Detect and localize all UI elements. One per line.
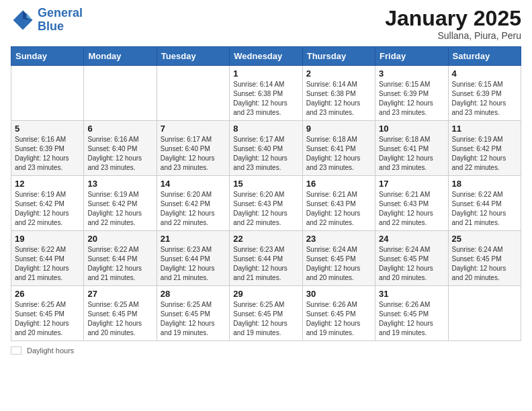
day-info: Sunrise: 6:23 AM Sunset: 6:44 PM Dayligh… [233, 245, 298, 283]
day-info: Sunrise: 6:15 AM Sunset: 6:39 PM Dayligh… [379, 80, 444, 118]
weekday-header-wednesday: Wednesday [230, 47, 302, 66]
day-info: Sunrise: 6:19 AM Sunset: 6:42 PM Dayligh… [452, 135, 517, 173]
day-number: 16 [306, 179, 371, 189]
calendar-cell: 16Sunrise: 6:21 AM Sunset: 6:43 PM Dayli… [302, 176, 375, 231]
calendar-cell: 13Sunrise: 6:19 AM Sunset: 6:42 PM Dayli… [84, 176, 157, 231]
calendar-table: SundayMondayTuesdayWednesdayThursdayFrid… [11, 46, 521, 341]
logo-line2: Blue [38, 19, 64, 33]
calendar-cell: 7Sunrise: 6:17 AM Sunset: 6:40 PM Daylig… [157, 121, 229, 176]
calendar-cell: 8Sunrise: 6:17 AM Sunset: 6:40 PM Daylig… [230, 121, 302, 176]
day-info: Sunrise: 6:18 AM Sunset: 6:41 PM Dayligh… [306, 135, 371, 173]
calendar-cell [84, 66, 157, 121]
weekday-header-tuesday: Tuesday [157, 47, 229, 66]
day-info: Sunrise: 6:24 AM Sunset: 6:45 PM Dayligh… [379, 245, 444, 283]
weekday-header-monday: Monday [84, 47, 157, 66]
calendar-cell: 20Sunrise: 6:22 AM Sunset: 6:44 PM Dayli… [84, 231, 157, 286]
calendar-cell: 4Sunrise: 6:15 AM Sunset: 6:39 PM Daylig… [448, 66, 521, 121]
calendar-cell: 19Sunrise: 6:22 AM Sunset: 6:44 PM Dayli… [11, 231, 84, 286]
day-info: Sunrise: 6:25 AM Sunset: 6:45 PM Dayligh… [15, 300, 80, 338]
calendar-cell: 23Sunrise: 6:24 AM Sunset: 6:45 PM Dayli… [302, 231, 375, 286]
logo-line1: General [38, 6, 83, 19]
legend-label: Daylight hours [27, 347, 74, 355]
day-number: 26 [15, 289, 80, 299]
day-info: Sunrise: 6:17 AM Sunset: 6:40 PM Dayligh… [161, 135, 226, 173]
calendar-cell: 6Sunrise: 6:16 AM Sunset: 6:40 PM Daylig… [84, 121, 157, 176]
weekday-header-thursday: Thursday [302, 47, 375, 66]
calendar-cell: 12Sunrise: 6:19 AM Sunset: 6:42 PM Dayli… [11, 176, 84, 231]
calendar-cell: 22Sunrise: 6:23 AM Sunset: 6:44 PM Dayli… [230, 231, 302, 286]
footer: Daylight hours [11, 347, 521, 355]
day-info: Sunrise: 6:26 AM Sunset: 6:45 PM Dayligh… [306, 300, 371, 338]
day-number: 27 [87, 289, 152, 299]
week-row-3: 12Sunrise: 6:19 AM Sunset: 6:42 PM Dayli… [11, 176, 521, 231]
calendar-cell: 27Sunrise: 6:25 AM Sunset: 6:45 PM Dayli… [84, 286, 157, 341]
day-number: 8 [233, 124, 298, 134]
calendar-cell: 11Sunrise: 6:19 AM Sunset: 6:42 PM Dayli… [448, 121, 521, 176]
day-info: Sunrise: 6:25 AM Sunset: 6:45 PM Dayligh… [87, 300, 152, 338]
day-info: Sunrise: 6:20 AM Sunset: 6:43 PM Dayligh… [233, 190, 298, 228]
logo-text: General Blue [38, 7, 83, 34]
week-row-1: 1Sunrise: 6:14 AM Sunset: 6:38 PM Daylig… [11, 66, 521, 121]
day-info: Sunrise: 6:25 AM Sunset: 6:45 PM Dayligh… [161, 300, 226, 338]
day-number: 11 [452, 124, 517, 134]
day-number: 14 [161, 179, 226, 189]
day-info: Sunrise: 6:18 AM Sunset: 6:41 PM Dayligh… [379, 135, 444, 173]
calendar-cell: 1Sunrise: 6:14 AM Sunset: 6:38 PM Daylig… [230, 66, 302, 121]
day-info: Sunrise: 6:22 AM Sunset: 6:44 PM Dayligh… [87, 245, 152, 283]
day-number: 7 [161, 124, 226, 134]
weekday-header-sunday: Sunday [11, 47, 84, 66]
day-info: Sunrise: 6:16 AM Sunset: 6:40 PM Dayligh… [87, 135, 152, 173]
calendar-cell: 2Sunrise: 6:14 AM Sunset: 6:38 PM Daylig… [302, 66, 375, 121]
day-number: 31 [379, 289, 444, 299]
weekday-header-row: SundayMondayTuesdayWednesdayThursdayFrid… [11, 47, 521, 66]
day-info: Sunrise: 6:24 AM Sunset: 6:45 PM Dayligh… [306, 245, 371, 283]
calendar-cell: 31Sunrise: 6:26 AM Sunset: 6:45 PM Dayli… [375, 286, 448, 341]
day-info: Sunrise: 6:26 AM Sunset: 6:45 PM Dayligh… [379, 300, 444, 338]
calendar-cell: 9Sunrise: 6:18 AM Sunset: 6:41 PM Daylig… [302, 121, 375, 176]
day-number: 1 [233, 68, 298, 79]
page: General Blue January 2025 Sullana, Piura… [0, 0, 532, 411]
day-number: 23 [306, 234, 371, 244]
day-number: 15 [233, 179, 298, 189]
calendar-cell: 29Sunrise: 6:25 AM Sunset: 6:45 PM Dayli… [230, 286, 302, 341]
day-info: Sunrise: 6:19 AM Sunset: 6:42 PM Dayligh… [15, 190, 80, 228]
day-info: Sunrise: 6:15 AM Sunset: 6:39 PM Dayligh… [452, 80, 517, 118]
week-row-4: 19Sunrise: 6:22 AM Sunset: 6:44 PM Dayli… [11, 231, 521, 286]
weekday-header-saturday: Saturday [448, 47, 521, 66]
day-number: 19 [15, 234, 80, 244]
day-number: 22 [233, 234, 298, 244]
day-info: Sunrise: 6:19 AM Sunset: 6:42 PM Dayligh… [87, 190, 152, 228]
calendar-cell: 21Sunrise: 6:23 AM Sunset: 6:44 PM Dayli… [157, 231, 229, 286]
day-number: 20 [87, 234, 152, 244]
week-row-2: 5Sunrise: 6:16 AM Sunset: 6:39 PM Daylig… [11, 121, 521, 176]
day-number: 18 [452, 179, 517, 189]
day-number: 6 [87, 124, 152, 134]
day-number: 3 [379, 68, 444, 79]
calendar-cell: 25Sunrise: 6:24 AM Sunset: 6:45 PM Dayli… [448, 231, 521, 286]
day-info: Sunrise: 6:20 AM Sunset: 6:42 PM Dayligh… [161, 190, 226, 228]
day-number: 29 [233, 289, 298, 299]
day-number: 4 [452, 68, 517, 79]
day-info: Sunrise: 6:25 AM Sunset: 6:45 PM Dayligh… [233, 300, 298, 338]
calendar-cell: 30Sunrise: 6:26 AM Sunset: 6:45 PM Dayli… [302, 286, 375, 341]
day-number: 2 [306, 68, 371, 79]
day-number: 12 [15, 179, 80, 189]
day-info: Sunrise: 6:14 AM Sunset: 6:38 PM Dayligh… [306, 80, 371, 118]
day-number: 5 [15, 124, 80, 134]
title-block: January 2025 Sullana, Piura, Peru [385, 7, 521, 41]
day-info: Sunrise: 6:16 AM Sunset: 6:39 PM Dayligh… [15, 135, 80, 173]
calendar-cell [157, 66, 229, 121]
day-info: Sunrise: 6:21 AM Sunset: 6:43 PM Dayligh… [306, 190, 371, 228]
day-info: Sunrise: 6:17 AM Sunset: 6:40 PM Dayligh… [233, 135, 298, 173]
day-number: 17 [379, 179, 444, 189]
day-number: 21 [161, 234, 226, 244]
month-title: January 2025 [385, 7, 521, 30]
calendar-cell: 18Sunrise: 6:22 AM Sunset: 6:44 PM Dayli… [448, 176, 521, 231]
logo: General Blue [11, 7, 83, 34]
day-number: 9 [306, 124, 371, 134]
day-info: Sunrise: 6:23 AM Sunset: 6:44 PM Dayligh… [161, 245, 226, 283]
location-subtitle: Sullana, Piura, Peru [385, 30, 521, 41]
week-row-5: 26Sunrise: 6:25 AM Sunset: 6:45 PM Dayli… [11, 286, 521, 341]
legend-box [11, 347, 21, 355]
day-number: 13 [87, 179, 152, 189]
